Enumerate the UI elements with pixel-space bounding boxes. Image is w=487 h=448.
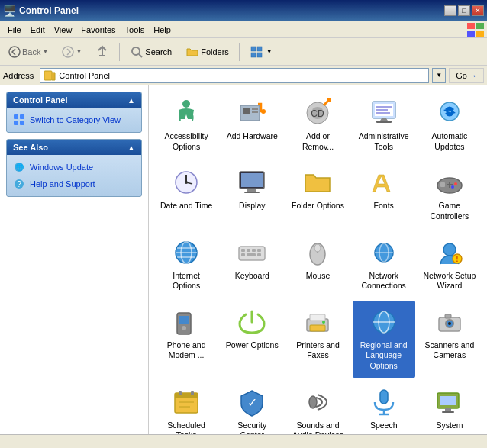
network-connections-label: Network Connections [357, 271, 411, 292]
sidebar-section-header-seealso: See Also ▲ [7, 140, 141, 155]
svg-text:?: ? [17, 180, 21, 189]
menu-help[interactable]: Help [149, 24, 176, 36]
icon-item-admin-tools[interactable]: Administrative Tools [353, 92, 415, 158]
fonts-icon [369, 167, 399, 198]
folders-label: Folders [201, 47, 229, 56]
up-button[interactable] [90, 41, 114, 63]
internet-options-label: Internet Options [160, 271, 213, 292]
svg-point-21 [182, 100, 190, 108]
add-hardware-icon [237, 98, 267, 128]
icon-item-power-options[interactable]: Power Options [221, 301, 283, 378]
back-button[interactable]: Back ▼ [3, 41, 53, 63]
icon-item-date-time[interactable]: Date and Time [155, 161, 218, 227]
regional-lang-icon [369, 307, 399, 337]
search-button[interactable]: Search [124, 41, 177, 63]
view-chevron: ▼ [266, 48, 273, 55]
icon-item-network-setup[interactable]: !Network Setup Wizard [418, 231, 481, 298]
icon-item-speech[interactable]: Speech [353, 381, 415, 434]
svg-rect-23 [243, 108, 250, 114]
icon-item-system[interactable]: System [418, 381, 481, 434]
svg-rect-79 [310, 314, 325, 321]
printers-faxes-icon [302, 307, 333, 337]
icon-item-scanners-cameras[interactable]: Scanners and Cameras [418, 301, 481, 378]
display-label: Display [239, 201, 265, 211]
icon-item-keyboard[interactable]: Keyboard [221, 231, 283, 298]
sidebar-link-wu-label: Windows Update [30, 163, 93, 172]
sidebar-section-control-panel: Control Panel ▲ Switch to Category View [6, 92, 142, 133]
scheduled-tasks-label: Scheduled Tasks [160, 421, 213, 434]
sidebar-chevron-cp: ▲ [127, 96, 135, 105]
network-setup-label: Network Setup Wizard [423, 271, 476, 292]
svg-rect-52 [449, 182, 450, 188]
sidebar-link-windows-update[interactable]: 🌐 Windows Update [13, 160, 135, 175]
folders-button[interactable]: Folders [180, 41, 234, 63]
regional-lang-label: Regional and Language Options [357, 340, 411, 372]
add-remove-icon: CD [302, 98, 333, 128]
icon-item-printers-faxes[interactable]: Printers and Faxes [286, 301, 349, 378]
menu-tools[interactable]: Tools [121, 24, 150, 36]
go-button[interactable]: Go → [449, 68, 484, 83]
svg-rect-11 [257, 53, 262, 57]
svg-rect-80 [310, 325, 325, 331]
phone-modem-label: Phone and Modem ... [160, 340, 213, 361]
icon-item-regional-lang[interactable]: Regional and Language Options [353, 301, 415, 378]
sidebar-link-category-view[interactable]: Switch to Category View [13, 112, 135, 127]
svg-rect-44 [241, 173, 263, 187]
forward-button[interactable]: ▼ [56, 41, 87, 63]
icon-item-accessibility[interactable]: Accessibility Options [155, 92, 218, 158]
address-input[interactable]: Control Panel [40, 68, 429, 83]
svg-rect-37 [376, 121, 392, 123]
svg-rect-62 [257, 249, 261, 252]
menu-view[interactable]: View [50, 24, 77, 36]
icon-item-auto-updates[interactable]: Automatic Updates [418, 92, 481, 158]
icon-item-security-center[interactable]: ✓Security Center [221, 381, 283, 434]
sidebar-chevron-seealso: ▲ [127, 143, 135, 152]
back-chevron: ▼ [42, 48, 48, 55]
svg-point-31 [327, 98, 331, 102]
svg-rect-3 [476, 31, 484, 37]
accessibility-icon [171, 98, 202, 128]
scanners-cameras-icon [434, 307, 465, 337]
icon-item-add-hardware[interactable]: Add Hardware [221, 92, 283, 158]
folder-options-label: Folder Options [292, 201, 344, 211]
menu-bar: File Edit View Favorites Tools Help [0, 21, 487, 38]
icon-item-internet-options[interactable]: Internet Options [155, 231, 218, 298]
svg-rect-25 [252, 111, 258, 113]
svg-point-97 [309, 396, 317, 408]
svg-rect-10 [251, 53, 256, 57]
toolbar-separator [119, 43, 120, 61]
menu-file[interactable]: File [3, 24, 26, 36]
menu-edit[interactable]: Edit [26, 24, 50, 36]
address-dropdown[interactable]: ▼ [432, 68, 446, 83]
view-button[interactable]: ▼ [244, 41, 278, 63]
svg-text:CD: CD [311, 108, 325, 119]
svg-rect-16 [20, 121, 24, 125]
icon-item-display[interactable]: Display [221, 161, 283, 227]
svg-rect-2 [467, 31, 475, 37]
system-label: System [436, 421, 463, 431]
status-bar [0, 434, 487, 448]
icon-item-phone-modem[interactable]: Phone and Modem ... [155, 301, 218, 378]
svg-rect-12 [44, 71, 52, 80]
go-arrow: → [469, 71, 477, 80]
sidebar-link-help-support[interactable]: ? Help and Support [13, 176, 135, 192]
maximize-button[interactable]: □ [458, 5, 470, 16]
icon-item-scheduled-tasks[interactable]: Scheduled Tasks [155, 381, 218, 434]
icon-item-add-remove[interactable]: CDAdd or Remov... [286, 92, 349, 158]
icon-item-network-connections[interactable]: Network Connections [353, 231, 415, 298]
sounds-audio-icon [302, 387, 333, 417]
accessibility-label: Accessibility Options [160, 131, 213, 152]
icon-item-fonts[interactable]: Fonts [353, 161, 415, 227]
menu-favorites[interactable]: Favorites [76, 24, 120, 36]
speech-icon [369, 387, 399, 417]
icon-item-sounds-audio[interactable]: Sounds and Audio Devices [286, 381, 349, 434]
minimize-button[interactable]: ─ [444, 5, 456, 16]
icon-item-game-controllers[interactable]: Game Controllers [418, 161, 481, 227]
security-center-icon: ✓ [237, 387, 267, 417]
svg-point-38 [440, 102, 459, 121]
close-button[interactable]: ✕ [472, 5, 484, 16]
svg-rect-15 [14, 121, 18, 125]
icon-item-mouse[interactable]: Mouse [286, 231, 349, 298]
sidebar-link-hs-label: Help and Support [30, 179, 95, 189]
icon-item-folder-options[interactable]: Folder Options [286, 161, 349, 227]
